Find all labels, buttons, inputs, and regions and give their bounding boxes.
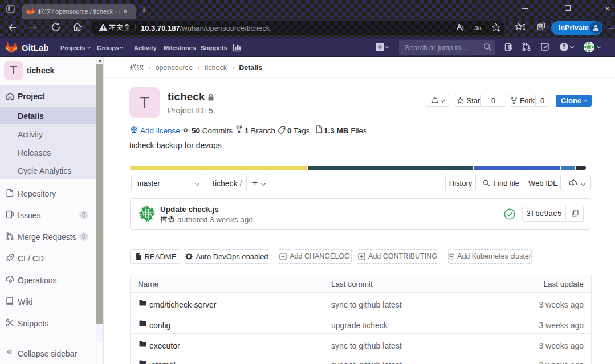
svg-text:?: ? — [562, 43, 565, 50]
